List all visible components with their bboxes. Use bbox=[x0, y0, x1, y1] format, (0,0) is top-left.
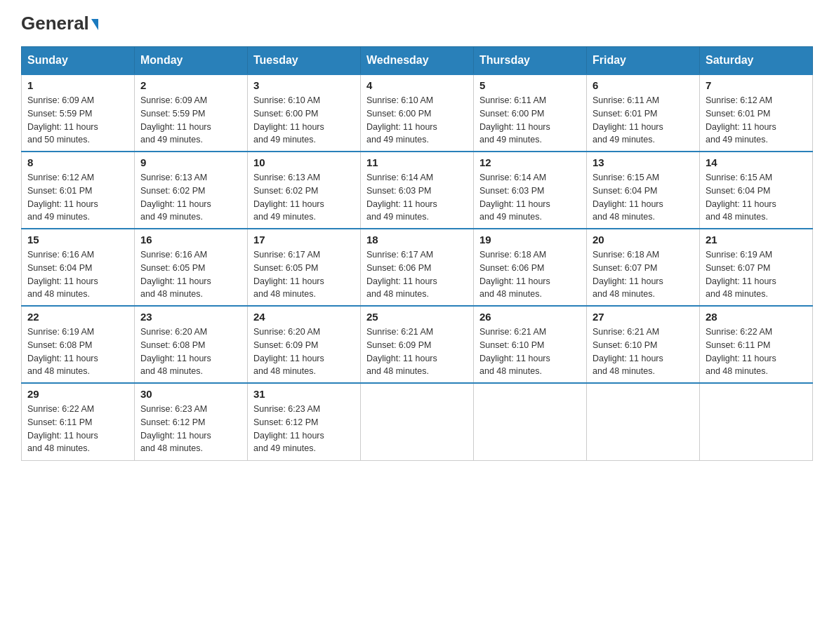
calendar-cell: 10 Sunrise: 6:13 AM Sunset: 6:02 PM Dayl… bbox=[248, 152, 361, 229]
day-number: 10 bbox=[253, 156, 355, 168]
day-number: 16 bbox=[140, 234, 241, 246]
day-info: Sunrise: 6:11 AM Sunset: 6:00 PM Dayligh… bbox=[479, 94, 581, 147]
day-info: Sunrise: 6:19 AM Sunset: 6:08 PM Dayligh… bbox=[27, 326, 128, 378]
calendar-week-1: 1 Sunrise: 6:09 AM Sunset: 5:59 PM Dayli… bbox=[22, 74, 813, 152]
calendar-cell: 6 Sunrise: 6:11 AM Sunset: 6:01 PM Dayli… bbox=[587, 74, 700, 152]
day-info: Sunrise: 6:09 AM Sunset: 5:59 PM Dayligh… bbox=[140, 94, 241, 147]
day-info: Sunrise: 6:17 AM Sunset: 6:06 PM Dayligh… bbox=[366, 248, 468, 301]
day-info: Sunrise: 6:14 AM Sunset: 6:03 PM Dayligh… bbox=[366, 171, 468, 224]
calendar-cell: 27 Sunrise: 6:21 AM Sunset: 6:10 PM Dayl… bbox=[587, 306, 700, 383]
day-number: 6 bbox=[593, 79, 694, 91]
day-number: 13 bbox=[593, 156, 694, 168]
calendar-cell: 1 Sunrise: 6:09 AM Sunset: 5:59 PM Dayli… bbox=[22, 74, 135, 152]
calendar-cell bbox=[474, 383, 587, 460]
logo-general-text: General bbox=[21, 14, 98, 32]
day-info: Sunrise: 6:21 AM Sunset: 6:10 PM Dayligh… bbox=[593, 326, 694, 378]
day-number: 15 bbox=[27, 234, 128, 246]
day-info: Sunrise: 6:22 AM Sunset: 6:11 PM Dayligh… bbox=[706, 326, 807, 378]
calendar-cell: 12 Sunrise: 6:14 AM Sunset: 6:03 PM Dayl… bbox=[474, 152, 587, 229]
day-number: 18 bbox=[366, 234, 468, 246]
calendar-week-3: 15 Sunrise: 6:16 AM Sunset: 6:04 PM Dayl… bbox=[22, 229, 813, 306]
calendar-header-row: SundayMondayTuesdayWednesdayThursdayFrid… bbox=[22, 47, 813, 75]
calendar-cell: 14 Sunrise: 6:15 AM Sunset: 6:04 PM Dayl… bbox=[700, 152, 813, 229]
day-number: 12 bbox=[479, 156, 581, 168]
calendar-cell bbox=[361, 383, 474, 460]
calendar-cell: 5 Sunrise: 6:11 AM Sunset: 6:00 PM Dayli… bbox=[474, 74, 587, 152]
day-number: 17 bbox=[253, 234, 355, 246]
day-number: 7 bbox=[706, 79, 807, 91]
calendar-cell: 4 Sunrise: 6:10 AM Sunset: 6:00 PM Dayli… bbox=[361, 74, 474, 152]
day-number: 19 bbox=[479, 234, 581, 246]
logo: General bbox=[21, 14, 98, 32]
calendar-cell: 11 Sunrise: 6:14 AM Sunset: 6:03 PM Dayl… bbox=[361, 152, 474, 229]
day-info: Sunrise: 6:18 AM Sunset: 6:06 PM Dayligh… bbox=[479, 248, 581, 301]
header-tuesday: Tuesday bbox=[248, 47, 361, 75]
day-number: 14 bbox=[706, 156, 807, 168]
header-sunday: Sunday bbox=[22, 47, 135, 75]
calendar-cell: 28 Sunrise: 6:22 AM Sunset: 6:11 PM Dayl… bbox=[700, 306, 813, 383]
page-header: General bbox=[21, 14, 813, 32]
day-number: 28 bbox=[706, 311, 807, 323]
day-info: Sunrise: 6:19 AM Sunset: 6:07 PM Dayligh… bbox=[706, 248, 807, 301]
day-info: Sunrise: 6:20 AM Sunset: 6:08 PM Dayligh… bbox=[140, 326, 241, 378]
day-info: Sunrise: 6:20 AM Sunset: 6:09 PM Dayligh… bbox=[253, 326, 355, 378]
day-number: 5 bbox=[479, 79, 581, 91]
day-number: 20 bbox=[593, 234, 694, 246]
calendar-cell: 7 Sunrise: 6:12 AM Sunset: 6:01 PM Dayli… bbox=[700, 74, 813, 152]
calendar-cell: 31 Sunrise: 6:23 AM Sunset: 6:12 PM Dayl… bbox=[248, 383, 361, 460]
day-number: 31 bbox=[253, 388, 355, 400]
calendar-week-2: 8 Sunrise: 6:12 AM Sunset: 6:01 PM Dayli… bbox=[22, 152, 813, 229]
calendar-cell: 8 Sunrise: 6:12 AM Sunset: 6:01 PM Dayli… bbox=[22, 152, 135, 229]
day-number: 2 bbox=[140, 79, 241, 91]
day-info: Sunrise: 6:12 AM Sunset: 6:01 PM Dayligh… bbox=[706, 94, 807, 147]
calendar-cell: 21 Sunrise: 6:19 AM Sunset: 6:07 PM Dayl… bbox=[700, 229, 813, 306]
day-info: Sunrise: 6:21 AM Sunset: 6:10 PM Dayligh… bbox=[479, 326, 581, 378]
calendar-cell: 29 Sunrise: 6:22 AM Sunset: 6:11 PM Dayl… bbox=[22, 383, 135, 460]
day-info: Sunrise: 6:16 AM Sunset: 6:04 PM Dayligh… bbox=[27, 248, 128, 301]
calendar-cell: 25 Sunrise: 6:21 AM Sunset: 6:09 PM Dayl… bbox=[361, 306, 474, 383]
day-info: Sunrise: 6:09 AM Sunset: 5:59 PM Dayligh… bbox=[27, 94, 128, 147]
day-number: 3 bbox=[253, 79, 355, 91]
calendar-cell bbox=[700, 383, 813, 460]
calendar-cell: 19 Sunrise: 6:18 AM Sunset: 6:06 PM Dayl… bbox=[474, 229, 587, 306]
calendar-week-4: 22 Sunrise: 6:19 AM Sunset: 6:08 PM Dayl… bbox=[22, 306, 813, 383]
calendar-table: SundayMondayTuesdayWednesdayThursdayFrid… bbox=[21, 46, 813, 461]
calendar-cell: 22 Sunrise: 6:19 AM Sunset: 6:08 PM Dayl… bbox=[22, 306, 135, 383]
calendar-cell: 15 Sunrise: 6:16 AM Sunset: 6:04 PM Dayl… bbox=[22, 229, 135, 306]
day-info: Sunrise: 6:18 AM Sunset: 6:07 PM Dayligh… bbox=[593, 248, 694, 301]
header-saturday: Saturday bbox=[700, 47, 813, 75]
day-number: 29 bbox=[27, 388, 128, 400]
calendar-cell: 17 Sunrise: 6:17 AM Sunset: 6:05 PM Dayl… bbox=[248, 229, 361, 306]
calendar-cell: 3 Sunrise: 6:10 AM Sunset: 6:00 PM Dayli… bbox=[248, 74, 361, 152]
day-number: 23 bbox=[140, 311, 241, 323]
day-number: 8 bbox=[27, 156, 128, 168]
day-number: 1 bbox=[27, 79, 128, 91]
day-info: Sunrise: 6:15 AM Sunset: 6:04 PM Dayligh… bbox=[593, 171, 694, 224]
day-info: Sunrise: 6:10 AM Sunset: 6:00 PM Dayligh… bbox=[253, 94, 355, 147]
calendar-cell: 13 Sunrise: 6:15 AM Sunset: 6:04 PM Dayl… bbox=[587, 152, 700, 229]
day-info: Sunrise: 6:10 AM Sunset: 6:00 PM Dayligh… bbox=[366, 94, 468, 147]
day-number: 24 bbox=[253, 311, 355, 323]
day-number: 9 bbox=[140, 156, 241, 168]
day-number: 4 bbox=[366, 79, 468, 91]
calendar-cell: 16 Sunrise: 6:16 AM Sunset: 6:05 PM Dayl… bbox=[135, 229, 248, 306]
day-info: Sunrise: 6:21 AM Sunset: 6:09 PM Dayligh… bbox=[366, 326, 468, 378]
day-info: Sunrise: 6:11 AM Sunset: 6:01 PM Dayligh… bbox=[593, 94, 694, 147]
calendar-cell: 23 Sunrise: 6:20 AM Sunset: 6:08 PM Dayl… bbox=[135, 306, 248, 383]
day-info: Sunrise: 6:23 AM Sunset: 6:12 PM Dayligh… bbox=[140, 403, 241, 455]
day-info: Sunrise: 6:17 AM Sunset: 6:05 PM Dayligh… bbox=[253, 248, 355, 301]
calendar-cell: 20 Sunrise: 6:18 AM Sunset: 6:07 PM Dayl… bbox=[587, 229, 700, 306]
day-info: Sunrise: 6:13 AM Sunset: 6:02 PM Dayligh… bbox=[140, 171, 241, 224]
day-info: Sunrise: 6:13 AM Sunset: 6:02 PM Dayligh… bbox=[253, 171, 355, 224]
header-wednesday: Wednesday bbox=[361, 47, 474, 75]
header-thursday: Thursday bbox=[474, 47, 587, 75]
day-info: Sunrise: 6:15 AM Sunset: 6:04 PM Dayligh… bbox=[706, 171, 807, 224]
day-info: Sunrise: 6:16 AM Sunset: 6:05 PM Dayligh… bbox=[140, 248, 241, 301]
calendar-cell: 18 Sunrise: 6:17 AM Sunset: 6:06 PM Dayl… bbox=[361, 229, 474, 306]
logo-triangle-icon bbox=[91, 19, 98, 30]
day-number: 22 bbox=[27, 311, 128, 323]
day-info: Sunrise: 6:22 AM Sunset: 6:11 PM Dayligh… bbox=[27, 403, 128, 455]
calendar-cell: 24 Sunrise: 6:20 AM Sunset: 6:09 PM Dayl… bbox=[248, 306, 361, 383]
day-info: Sunrise: 6:12 AM Sunset: 6:01 PM Dayligh… bbox=[27, 171, 128, 224]
day-number: 26 bbox=[479, 311, 581, 323]
